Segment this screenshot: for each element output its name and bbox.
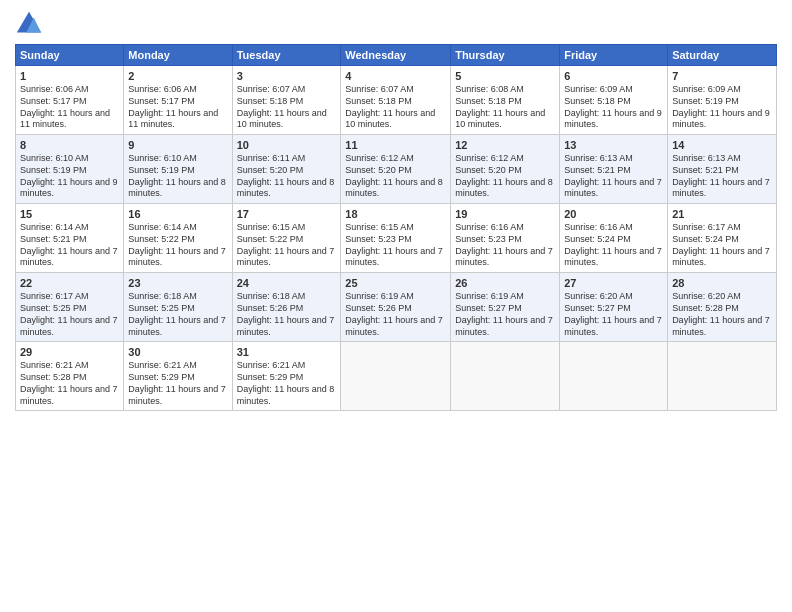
day-number: 7 (672, 69, 772, 83)
day-number: 12 (455, 138, 555, 152)
sunrise-text: Sunrise: 6:13 AM (672, 153, 741, 163)
day-number: 20 (564, 207, 663, 221)
calendar-week-2: 8Sunrise: 6:10 AMSunset: 5:19 PMDaylight… (16, 135, 777, 204)
header (15, 10, 777, 38)
daylight-text: Daylight: 11 hours and 8 minutes. (128, 177, 226, 199)
sunrise-text: Sunrise: 6:12 AM (455, 153, 524, 163)
daylight-text: Daylight: 11 hours and 10 minutes. (345, 108, 435, 130)
sunset-text: Sunset: 5:22 PM (128, 234, 195, 244)
calendar-cell: 25Sunrise: 6:19 AMSunset: 5:26 PMDayligh… (341, 273, 451, 342)
daylight-text: Daylight: 11 hours and 7 minutes. (345, 246, 443, 268)
daylight-text: Daylight: 11 hours and 8 minutes. (237, 177, 335, 199)
calendar-cell: 13Sunrise: 6:13 AMSunset: 5:21 PMDayligh… (560, 135, 668, 204)
sunrise-text: Sunrise: 6:14 AM (128, 222, 197, 232)
daylight-text: Daylight: 11 hours and 7 minutes. (20, 384, 118, 406)
day-number: 5 (455, 69, 555, 83)
sunrise-text: Sunrise: 6:11 AM (237, 153, 306, 163)
calendar-cell: 15Sunrise: 6:14 AMSunset: 5:21 PMDayligh… (16, 204, 124, 273)
daylight-text: Daylight: 11 hours and 8 minutes. (455, 177, 553, 199)
day-number: 8 (20, 138, 119, 152)
daylight-text: Daylight: 11 hours and 7 minutes. (128, 315, 226, 337)
sunrise-text: Sunrise: 6:16 AM (455, 222, 524, 232)
day-number: 24 (237, 276, 337, 290)
daylight-text: Daylight: 11 hours and 7 minutes. (564, 246, 662, 268)
calendar-cell: 5Sunrise: 6:08 AMSunset: 5:18 PMDaylight… (451, 66, 560, 135)
sunset-text: Sunset: 5:27 PM (455, 303, 522, 313)
calendar-table: SundayMondayTuesdayWednesdayThursdayFrid… (15, 44, 777, 411)
day-number: 1 (20, 69, 119, 83)
col-header-thursday: Thursday (451, 45, 560, 66)
calendar-week-5: 29Sunrise: 6:21 AMSunset: 5:28 PMDayligh… (16, 342, 777, 411)
calendar-cell: 16Sunrise: 6:14 AMSunset: 5:22 PMDayligh… (124, 204, 232, 273)
daylight-text: Daylight: 11 hours and 7 minutes. (455, 246, 553, 268)
calendar-cell: 3Sunrise: 6:07 AMSunset: 5:18 PMDaylight… (232, 66, 341, 135)
day-number: 21 (672, 207, 772, 221)
sunrise-text: Sunrise: 6:14 AM (20, 222, 89, 232)
sunset-text: Sunset: 5:23 PM (345, 234, 412, 244)
sunset-text: Sunset: 5:20 PM (345, 165, 412, 175)
sunrise-text: Sunrise: 6:09 AM (564, 84, 633, 94)
calendar-cell: 30Sunrise: 6:21 AMSunset: 5:29 PMDayligh… (124, 342, 232, 411)
sunset-text: Sunset: 5:18 PM (237, 96, 304, 106)
day-number: 11 (345, 138, 446, 152)
day-number: 13 (564, 138, 663, 152)
logo (15, 10, 47, 38)
daylight-text: Daylight: 11 hours and 7 minutes. (20, 315, 118, 337)
daylight-text: Daylight: 11 hours and 7 minutes. (237, 315, 335, 337)
sunset-text: Sunset: 5:18 PM (455, 96, 522, 106)
sunrise-text: Sunrise: 6:08 AM (455, 84, 524, 94)
sunset-text: Sunset: 5:24 PM (564, 234, 631, 244)
calendar-cell: 27Sunrise: 6:20 AMSunset: 5:27 PMDayligh… (560, 273, 668, 342)
sunset-text: Sunset: 5:19 PM (672, 96, 739, 106)
day-number: 22 (20, 276, 119, 290)
sunset-text: Sunset: 5:18 PM (345, 96, 412, 106)
logo-icon (15, 10, 43, 38)
page: SundayMondayTuesdayWednesdayThursdayFrid… (0, 0, 792, 612)
sunrise-text: Sunrise: 6:19 AM (455, 291, 524, 301)
sunset-text: Sunset: 5:19 PM (128, 165, 195, 175)
calendar-week-4: 22Sunrise: 6:17 AMSunset: 5:25 PMDayligh… (16, 273, 777, 342)
calendar-week-1: 1Sunrise: 6:06 AMSunset: 5:17 PMDaylight… (16, 66, 777, 135)
day-number: 10 (237, 138, 337, 152)
sunset-text: Sunset: 5:21 PM (672, 165, 739, 175)
calendar-cell: 8Sunrise: 6:10 AMSunset: 5:19 PMDaylight… (16, 135, 124, 204)
sunrise-text: Sunrise: 6:10 AM (20, 153, 89, 163)
day-number: 17 (237, 207, 337, 221)
sunrise-text: Sunrise: 6:21 AM (20, 360, 89, 370)
day-number: 16 (128, 207, 227, 221)
sunrise-text: Sunrise: 6:17 AM (672, 222, 741, 232)
daylight-text: Daylight: 11 hours and 7 minutes. (128, 384, 226, 406)
sunset-text: Sunset: 5:22 PM (237, 234, 304, 244)
day-number: 28 (672, 276, 772, 290)
sunrise-text: Sunrise: 6:06 AM (20, 84, 89, 94)
sunset-text: Sunset: 5:28 PM (20, 372, 87, 382)
day-number: 6 (564, 69, 663, 83)
calendar-cell (451, 342, 560, 411)
col-header-saturday: Saturday (668, 45, 777, 66)
day-number: 18 (345, 207, 446, 221)
col-header-friday: Friday (560, 45, 668, 66)
calendar-cell: 18Sunrise: 6:15 AMSunset: 5:23 PMDayligh… (341, 204, 451, 273)
daylight-text: Daylight: 11 hours and 10 minutes. (237, 108, 327, 130)
sunset-text: Sunset: 5:23 PM (455, 234, 522, 244)
sunset-text: Sunset: 5:17 PM (128, 96, 195, 106)
sunrise-text: Sunrise: 6:17 AM (20, 291, 89, 301)
sunset-text: Sunset: 5:25 PM (20, 303, 87, 313)
sunrise-text: Sunrise: 6:15 AM (345, 222, 414, 232)
calendar-cell: 22Sunrise: 6:17 AMSunset: 5:25 PMDayligh… (16, 273, 124, 342)
sunrise-text: Sunrise: 6:09 AM (672, 84, 741, 94)
calendar-cell: 11Sunrise: 6:12 AMSunset: 5:20 PMDayligh… (341, 135, 451, 204)
sunrise-text: Sunrise: 6:18 AM (128, 291, 197, 301)
day-number: 31 (237, 345, 337, 359)
day-number: 9 (128, 138, 227, 152)
calendar-cell: 14Sunrise: 6:13 AMSunset: 5:21 PMDayligh… (668, 135, 777, 204)
sunrise-text: Sunrise: 6:07 AM (237, 84, 306, 94)
calendar-cell: 12Sunrise: 6:12 AMSunset: 5:20 PMDayligh… (451, 135, 560, 204)
sunset-text: Sunset: 5:24 PM (672, 234, 739, 244)
sunrise-text: Sunrise: 6:15 AM (237, 222, 306, 232)
calendar-cell (560, 342, 668, 411)
sunrise-text: Sunrise: 6:07 AM (345, 84, 414, 94)
col-header-monday: Monday (124, 45, 232, 66)
sunset-text: Sunset: 5:21 PM (20, 234, 87, 244)
sunset-text: Sunset: 5:26 PM (345, 303, 412, 313)
